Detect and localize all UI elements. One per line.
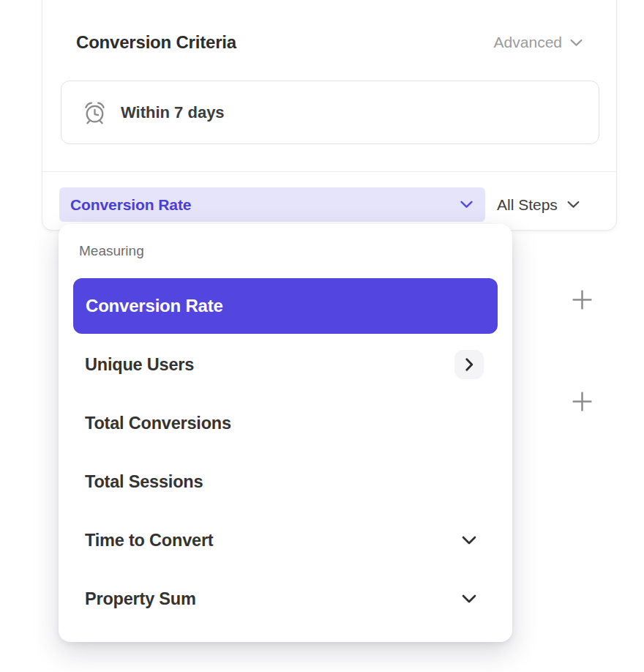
conversion-criteria-card: Conversion Criteria Advanced Within 7 da… [42,0,617,231]
selected-item-highlight: Conversion Rate [73,278,498,334]
chevron-down-icon [567,201,580,209]
steps-value: All Steps [497,196,558,214]
chevron-down-icon [460,201,473,209]
dropdown-item-label: Total Sessions [85,472,203,492]
page-title: Conversion Criteria [76,32,236,53]
dropdown-item-conversion-rate[interactable]: Conversion Rate [59,277,512,335]
add-step-button-2[interactable] [571,389,594,413]
dropdown-item-total-sessions[interactable]: Total Sessions [59,452,512,511]
dropdown-item-label: Time to Convert [85,531,213,550]
dropdown-section-label: Measuring [79,243,512,277]
advanced-toggle[interactable]: Advanced [494,34,583,51]
dropdown-item-unique-users[interactable]: Unique Users [59,335,512,394]
chevron-down-icon [462,594,476,603]
conversion-window-value: Within 7 days [121,103,225,122]
measurement-value: Conversion Rate [70,196,191,214]
plus-icon [571,288,594,311]
open-submenu-button[interactable] [454,350,484,379]
chevron-right-icon [465,358,473,371]
alarm-clock-icon [81,99,108,126]
plus-icon [571,390,594,413]
steps-select[interactable]: All Steps [497,187,580,222]
chevron-down-icon [570,39,583,47]
add-step-button[interactable] [571,288,594,311]
dropdown-item-label: Unique Users [85,355,194,375]
dropdown-item-label: Total Conversions [85,414,231,433]
dropdown-item-property-sum[interactable]: Property Sum [59,570,512,628]
divider [42,171,616,172]
dropdown-item-time-to-convert[interactable]: Time to Convert [59,511,512,570]
card-header: Conversion Criteria Advanced [76,31,583,53]
measuring-dropdown: Measuring Conversion Rate Unique Users T… [59,224,512,642]
dropdown-item-total-conversions[interactable]: Total Conversions [59,394,512,452]
measurement-select[interactable]: Conversion Rate [59,187,485,222]
dropdown-item-label: Conversion Rate [86,296,223,316]
chevron-down-icon [462,536,476,545]
advanced-label: Advanced [494,34,562,51]
conversion-window-button[interactable]: Within 7 days [61,81,599,144]
dropdown-item-label: Property Sum [85,589,196,609]
